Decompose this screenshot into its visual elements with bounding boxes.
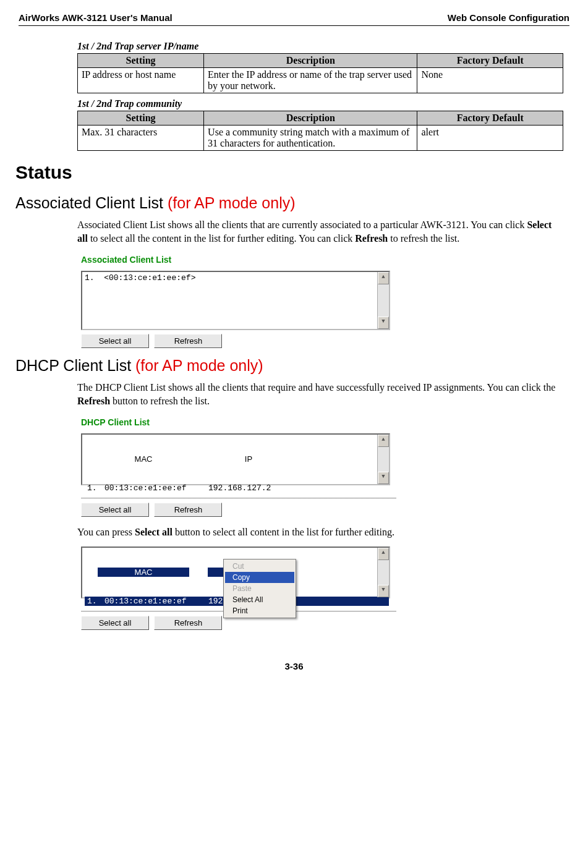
scrollbar[interactable]: ▲ ▼ — [377, 548, 389, 597]
header-right: Web Console Configuration — [448, 12, 569, 23]
table1-title: 1st / 2nd Trap server IP/name — [77, 41, 563, 52]
col-mac: MAC — [85, 568, 202, 577]
dhcp-heading: DHCP Client List (for AP mode only) — [15, 357, 569, 375]
header-left: AirWorks AWK-3121 User's Manual — [19, 12, 173, 23]
page-number: 3-36 — [19, 661, 569, 671]
dhcp-panel-selected: MAC IP 1. 00:13:ce:e1:ee:ef 192.168.127.… — [77, 547, 399, 630]
scroll-up-icon[interactable]: ▲ — [378, 435, 389, 447]
menu-select-all[interactable]: Select All — [225, 594, 294, 605]
dhcp-heading-red: (for AP mode only) — [135, 357, 263, 374]
trap-server-table: Setting Description Factory Default IP a… — [77, 53, 563, 93]
assoc-paragraph: Associated Client List shows all the cli… — [77, 218, 563, 245]
status-heading: Status — [15, 162, 569, 183]
row-mac: 00:13:ce:e1:ee:ef — [104, 597, 208, 606]
assoc-list-line: 1. <00:13:ce:e1:ee:ef> — [82, 272, 389, 284]
scroll-up-icon[interactable]: ▲ — [378, 548, 389, 560]
list-item[interactable]: 1. 00:13:ce:e1:ee:ef 192.168.127.2 — [85, 483, 389, 493]
dhcp-paragraph-2: You can press Select all button to selec… — [77, 525, 563, 539]
scrollbar[interactable]: ▲ ▼ — [377, 435, 389, 484]
row-ip: 192.168.127.2 — [208, 483, 295, 493]
th-setting: Setting — [78, 111, 204, 126]
th-default: Factory Default — [417, 111, 563, 126]
dhcp-listbox-selected[interactable]: MAC IP 1. 00:13:ce:e1:ee:ef 192.168.127.… — [81, 547, 390, 598]
menu-print[interactable]: Print — [225, 605, 294, 616]
scroll-down-icon[interactable]: ▼ — [378, 585, 389, 597]
table-row: Max. 31 characters Use a community strin… — [78, 126, 563, 151]
cell-desc: Enter the IP address or name of the trap… — [204, 68, 417, 93]
assoc-panel-title: Associated Client List — [77, 252, 399, 271]
row-index: 1. — [87, 483, 104, 493]
assoc-heading-red: (for AP mode only) — [168, 194, 296, 211]
dhcp-heading-text: DHCP Client List — [15, 357, 135, 374]
refresh-button[interactable]: Refresh — [154, 334, 222, 348]
cell-default: alert — [417, 126, 563, 151]
scroll-down-icon[interactable]: ▼ — [378, 317, 389, 329]
table-row: IP address or host name Enter the IP add… — [78, 68, 563, 93]
scroll-down-icon[interactable]: ▼ — [378, 472, 389, 484]
dhcp-list-header: MAC IP — [85, 454, 389, 465]
assoc-heading: Associated Client List (for AP mode only… — [15, 194, 569, 212]
cell-default: None — [417, 68, 563, 93]
th-default: Factory Default — [417, 54, 563, 68]
dhcp-listbox[interactable]: MAC IP 1. 00:13:ce:e1:ee:ef 192.168.127.… — [81, 433, 390, 485]
assoc-panel: Associated Client List 1. <00:13:ce:e1:e… — [77, 252, 399, 348]
header-rule — [19, 25, 569, 26]
row-index: 1. — [87, 597, 104, 606]
trap-community-table: Setting Description Factory Default Max.… — [77, 111, 563, 151]
row-mac: 00:13:ce:e1:ee:ef — [104, 483, 208, 493]
col-ip: IP — [202, 454, 295, 464]
th-desc: Description — [204, 54, 417, 68]
context-menu[interactable]: Cut Copy Paste Select All Print — [223, 559, 296, 618]
cell-setting: Max. 31 characters — [78, 126, 204, 151]
table2-title: 1st / 2nd Trap community — [77, 98, 563, 109]
dhcp-panel-title: DHCP Client List — [77, 415, 399, 433]
menu-paste: Paste — [225, 583, 294, 594]
cell-desc: Use a community string match with a maxi… — [204, 126, 417, 151]
col-mac: MAC — [85, 454, 202, 464]
scroll-up-icon[interactable]: ▲ — [378, 272, 389, 284]
dhcp-paragraph: The DHCP Client List shows all the clien… — [77, 381, 563, 407]
cell-setting: IP address or host name — [78, 68, 204, 93]
select-all-button[interactable]: Select all — [81, 334, 149, 348]
dhcp-panel: DHCP Client List MAC IP 1. 00:13:ce:e1:e… — [77, 415, 399, 517]
scrollbar[interactable]: ▲ ▼ — [377, 272, 389, 329]
menu-cut: Cut — [225, 561, 294, 572]
assoc-listbox[interactable]: 1. <00:13:ce:e1:ee:ef> ▲ ▼ — [81, 271, 390, 330]
assoc-heading-text: Associated Client List — [15, 194, 168, 211]
th-desc: Description — [204, 111, 417, 126]
menu-copy[interactable]: Copy — [225, 572, 294, 583]
th-setting: Setting — [78, 54, 204, 68]
